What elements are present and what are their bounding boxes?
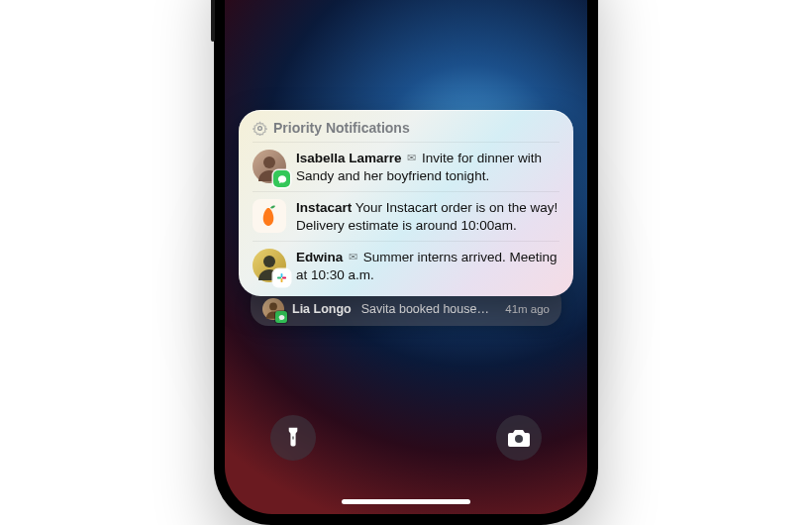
svg-point-0 bbox=[258, 126, 262, 130]
priority-item[interactable]: Instacart Your Instacart order is on the… bbox=[253, 191, 559, 241]
message-body: Savita booked house… bbox=[361, 302, 489, 316]
flashlight-button[interactable] bbox=[270, 415, 316, 461]
quick-actions bbox=[225, 415, 587, 461]
notification-text: Instacart Your Instacart order is on the… bbox=[296, 199, 559, 234]
messages-badge-icon bbox=[273, 170, 290, 187]
svg-rect-6 bbox=[282, 277, 286, 279]
home-indicator[interactable] bbox=[342, 499, 470, 504]
avatar bbox=[253, 249, 286, 282]
slack-badge-icon bbox=[273, 269, 290, 286]
svg-rect-5 bbox=[281, 278, 283, 282]
avatar bbox=[262, 298, 284, 320]
svg-point-7 bbox=[269, 303, 277, 311]
volume-button bbox=[211, 0, 215, 42]
flashlight-icon bbox=[283, 426, 303, 450]
camera-button[interactable] bbox=[496, 415, 542, 461]
svg-point-9 bbox=[515, 435, 523, 443]
reply-icon: ✉︎ bbox=[349, 251, 357, 262]
instacart-app-icon bbox=[253, 199, 286, 233]
camera-icon bbox=[507, 428, 531, 448]
priority-header: Priority Notifications bbox=[253, 120, 559, 136]
notification-text: Edwina ✉︎ Summer interns arrived. Meetin… bbox=[296, 249, 559, 283]
reply-icon: ✉︎ bbox=[407, 152, 416, 163]
notification-stack: Priority Notifications Isabella Lamarre … bbox=[239, 110, 573, 326]
priority-notifications-card[interactable]: Priority Notifications Isabella Lamarre … bbox=[239, 110, 573, 296]
priority-item[interactable]: Isabella Lamarre ✉︎ Invite for dinner wi… bbox=[253, 142, 559, 191]
timestamp: 41m ago bbox=[505, 303, 550, 315]
gear-icon bbox=[253, 121, 267, 136]
priority-item[interactable]: Edwina ✉︎ Summer interns arrived. Meetin… bbox=[253, 241, 559, 290]
sender-name: Lia Longo bbox=[292, 302, 352, 316]
avatar bbox=[253, 150, 286, 183]
svg-point-1 bbox=[263, 157, 275, 168]
svg-rect-8 bbox=[292, 436, 294, 439]
phone-frame: Priority Notifications Isabella Lamarre … bbox=[214, 0, 598, 525]
notification-text: Isabella Lamarre ✉︎ Invite for dinner wi… bbox=[296, 150, 559, 184]
sender-name: Edwina bbox=[296, 250, 343, 264]
messages-badge-icon bbox=[275, 311, 287, 323]
priority-title: Priority Notifications bbox=[273, 120, 410, 136]
svg-rect-3 bbox=[281, 273, 283, 277]
sender-name: Isabella Lamarre bbox=[296, 151, 402, 165]
lock-screen: Priority Notifications Isabella Lamarre … bbox=[225, 0, 587, 514]
sender-name: Instacart bbox=[296, 200, 352, 215]
svg-point-2 bbox=[263, 256, 275, 267]
svg-rect-4 bbox=[277, 277, 281, 279]
